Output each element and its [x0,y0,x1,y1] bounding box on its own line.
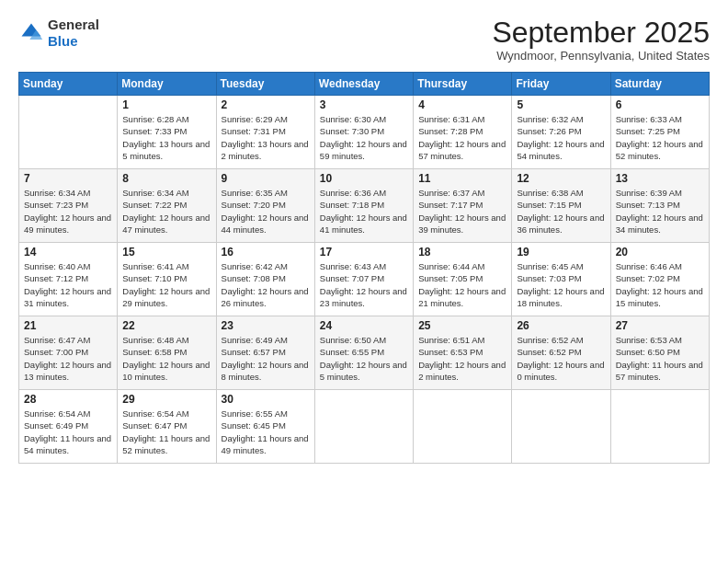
day-info: Sunrise: 6:50 AMSunset: 6:55 PMDaylight:… [320,334,408,383]
logo-blue: Blue [48,33,78,49]
calendar-cell: 15Sunrise: 6:41 AMSunset: 7:10 PMDayligh… [118,243,216,316]
day-number: 23 [222,319,310,332]
header: General Blue September 2025 Wyndmoor, Pe… [18,17,710,63]
logo-general: General [48,17,99,32]
day-number: 13 [616,172,704,185]
day-number: 17 [320,246,408,259]
calendar-day-header: Sunday [19,73,118,96]
day-number: 24 [320,319,408,332]
calendar-cell: 5Sunrise: 6:32 AMSunset: 7:26 PMDaylight… [512,96,610,169]
calendar-cell: 7Sunrise: 6:34 AMSunset: 7:23 PMDaylight… [19,169,118,243]
day-number: 9 [222,172,310,185]
day-info: Sunrise: 6:48 AMSunset: 6:58 PMDaylight:… [122,334,210,383]
day-number: 2 [222,98,310,111]
calendar-week-row: 21Sunrise: 6:47 AMSunset: 7:00 PMDayligh… [19,316,710,390]
calendar-cell: 18Sunrise: 6:44 AMSunset: 7:05 PMDayligh… [414,243,512,316]
calendar-cell [512,390,610,464]
day-number: 8 [122,172,210,185]
calendar-cell: 17Sunrise: 6:43 AMSunset: 7:07 PMDayligh… [314,243,413,316]
calendar-week-row: 28Sunrise: 6:54 AMSunset: 6:49 PMDayligh… [19,390,710,464]
calendar-cell: 30Sunrise: 6:55 AMSunset: 6:45 PMDayligh… [216,390,314,464]
day-info: Sunrise: 6:33 AMSunset: 7:25 PMDaylight:… [616,113,704,162]
calendar-day-header: Monday [118,73,216,96]
day-number: 21 [24,319,112,332]
calendar-cell: 26Sunrise: 6:52 AMSunset: 6:52 PMDayligh… [512,316,610,390]
calendar-cell: 2Sunrise: 6:29 AMSunset: 7:31 PMDaylight… [216,96,314,169]
day-info: Sunrise: 6:54 AMSunset: 6:49 PMDaylight:… [24,408,112,456]
day-number: 10 [320,172,408,185]
calendar-cell: 22Sunrise: 6:48 AMSunset: 6:58 PMDayligh… [118,316,216,390]
day-info: Sunrise: 6:45 AMSunset: 7:03 PMDaylight:… [517,260,605,309]
calendar-cell: 28Sunrise: 6:54 AMSunset: 6:49 PMDayligh… [19,390,118,464]
logo-icon [18,20,44,46]
day-info: Sunrise: 6:52 AMSunset: 6:52 PMDaylight:… [517,334,605,383]
day-number: 29 [122,393,210,406]
calendar-cell: 10Sunrise: 6:36 AMSunset: 7:18 PMDayligh… [314,169,413,243]
day-number: 25 [418,319,506,332]
month-title: September 2025 [492,17,710,49]
day-number: 20 [616,246,704,259]
day-info: Sunrise: 6:41 AMSunset: 7:10 PMDaylight:… [122,260,210,309]
day-info: Sunrise: 6:39 AMSunset: 7:13 PMDaylight:… [616,187,704,236]
day-info: Sunrise: 6:44 AMSunset: 7:05 PMDaylight:… [418,260,506,309]
calendar-cell: 13Sunrise: 6:39 AMSunset: 7:13 PMDayligh… [610,169,709,243]
day-number: 4 [418,98,506,111]
calendar-day-header: Tuesday [216,73,314,96]
day-info: Sunrise: 6:40 AMSunset: 7:12 PMDaylight:… [24,260,112,309]
logo-text: General Blue [48,17,99,50]
calendar-cell: 1Sunrise: 6:28 AMSunset: 7:33 PMDaylight… [118,96,216,169]
calendar-cell: 6Sunrise: 6:33 AMSunset: 7:25 PMDaylight… [610,96,709,169]
day-number: 18 [418,246,506,259]
calendar-cell: 24Sunrise: 6:50 AMSunset: 6:55 PMDayligh… [314,316,413,390]
calendar-cell: 23Sunrise: 6:49 AMSunset: 6:57 PMDayligh… [216,316,314,390]
calendar-day-header: Thursday [414,73,512,96]
day-info: Sunrise: 6:34 AMSunset: 7:22 PMDaylight:… [122,187,210,236]
day-info: Sunrise: 6:30 AMSunset: 7:30 PMDaylight:… [320,113,408,162]
day-number: 3 [320,98,408,111]
calendar-cell: 25Sunrise: 6:51 AMSunset: 6:53 PMDayligh… [414,316,512,390]
calendar-week-row: 14Sunrise: 6:40 AMSunset: 7:12 PMDayligh… [19,243,710,316]
day-number: 11 [418,172,506,185]
day-number: 15 [122,246,210,259]
day-number: 16 [222,246,310,259]
day-info: Sunrise: 6:51 AMSunset: 6:53 PMDaylight:… [418,334,506,383]
calendar: SundayMondayTuesdayWednesdayThursdayFrid… [18,72,710,464]
day-info: Sunrise: 6:54 AMSunset: 6:47 PMDaylight:… [122,408,210,456]
calendar-week-row: 7Sunrise: 6:34 AMSunset: 7:23 PMDaylight… [19,169,710,243]
calendar-cell: 3Sunrise: 6:30 AMSunset: 7:30 PMDaylight… [314,96,413,169]
title-area: September 2025 Wyndmoor, Pennsylvania, U… [492,17,710,63]
day-number: 7 [24,172,112,185]
calendar-day-header: Saturday [610,73,709,96]
day-number: 30 [222,393,310,406]
day-number: 28 [24,393,112,406]
page: General Blue September 2025 Wyndmoor, Pe… [0,0,728,563]
calendar-cell: 27Sunrise: 6:53 AMSunset: 6:50 PMDayligh… [610,316,709,390]
calendar-cell: 4Sunrise: 6:31 AMSunset: 7:28 PMDaylight… [414,96,512,169]
day-info: Sunrise: 6:36 AMSunset: 7:18 PMDaylight:… [320,187,408,236]
calendar-cell: 9Sunrise: 6:35 AMSunset: 7:20 PMDaylight… [216,169,314,243]
calendar-cell [19,96,118,169]
day-number: 12 [517,172,605,185]
day-info: Sunrise: 6:55 AMSunset: 6:45 PMDaylight:… [222,408,310,456]
calendar-header-row: SundayMondayTuesdayWednesdayThursdayFrid… [19,73,710,96]
day-info: Sunrise: 6:47 AMSunset: 7:00 PMDaylight:… [24,334,112,383]
day-info: Sunrise: 6:53 AMSunset: 6:50 PMDaylight:… [616,334,704,383]
day-info: Sunrise: 6:43 AMSunset: 7:07 PMDaylight:… [320,260,408,309]
calendar-cell [314,390,413,464]
day-number: 26 [517,319,605,332]
calendar-week-row: 1Sunrise: 6:28 AMSunset: 7:33 PMDaylight… [19,96,710,169]
day-info: Sunrise: 6:28 AMSunset: 7:33 PMDaylight:… [122,113,210,162]
calendar-cell: 19Sunrise: 6:45 AMSunset: 7:03 PMDayligh… [512,243,610,316]
calendar-cell: 14Sunrise: 6:40 AMSunset: 7:12 PMDayligh… [19,243,118,316]
day-info: Sunrise: 6:34 AMSunset: 7:23 PMDaylight:… [24,187,112,236]
calendar-cell: 16Sunrise: 6:42 AMSunset: 7:08 PMDayligh… [216,243,314,316]
day-info: Sunrise: 6:31 AMSunset: 7:28 PMDaylight:… [418,113,506,162]
day-info: Sunrise: 6:35 AMSunset: 7:20 PMDaylight:… [222,187,310,236]
day-number: 14 [24,246,112,259]
day-info: Sunrise: 6:32 AMSunset: 7:26 PMDaylight:… [517,113,605,162]
day-info: Sunrise: 6:42 AMSunset: 7:08 PMDaylight:… [222,260,310,309]
calendar-day-header: Wednesday [314,73,413,96]
calendar-cell [610,390,709,464]
calendar-cell: 20Sunrise: 6:46 AMSunset: 7:02 PMDayligh… [610,243,709,316]
calendar-cell: 8Sunrise: 6:34 AMSunset: 7:22 PMDaylight… [118,169,216,243]
